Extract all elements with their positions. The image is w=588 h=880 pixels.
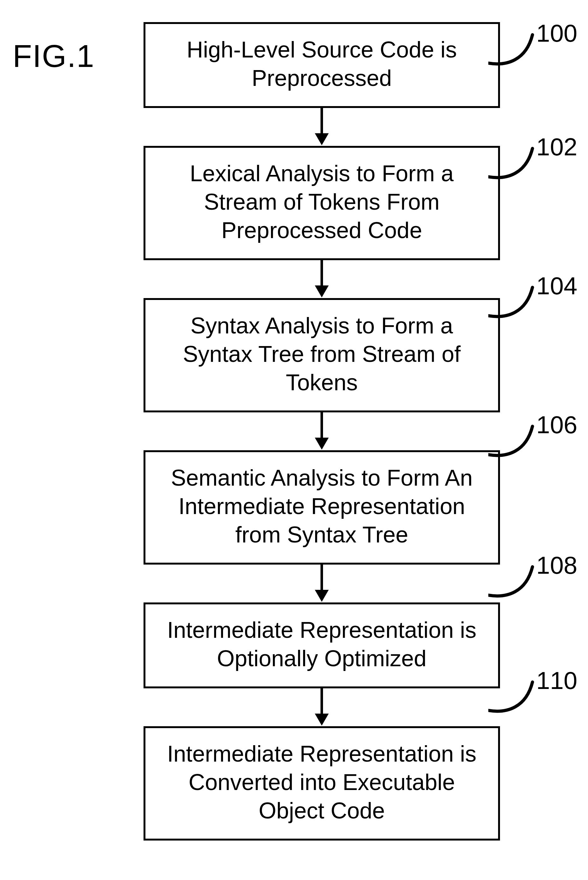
step-text: High-Level Source Code is Preprocessed — [158, 35, 486, 92]
ref-label-100: 100 — [536, 19, 577, 48]
arrow-down-icon — [132, 108, 511, 146]
step-box-108: Intermediate Representation is Optionall… — [144, 602, 500, 688]
step-box-106: Semantic Analysis to Form An Intermediat… — [144, 450, 500, 564]
arrow-down-icon — [132, 260, 511, 298]
figure-canvas: FIG.1 High-Level Source Code is Preproce… — [0, 0, 588, 880]
ref-label-110: 110 — [536, 666, 577, 695]
step-box-102: Lexical Analysis to Form a Stream of Tok… — [144, 146, 500, 260]
step-text: Intermediate Representation is Optionall… — [158, 616, 486, 672]
arrow-down-icon — [132, 412, 511, 450]
svg-marker-9 — [315, 714, 329, 726]
svg-marker-3 — [315, 286, 329, 298]
figure-label: FIG.1 — [13, 38, 94, 74]
step-text: Lexical Analysis to Form a Stream of Tok… — [190, 161, 454, 243]
svg-marker-7 — [315, 590, 329, 602]
step-box-110: Intermediate Representation is Converted… — [144, 726, 500, 841]
svg-marker-5 — [315, 438, 329, 450]
step-box-100: High-Level Source Code is Preprocessed — [144, 22, 500, 108]
svg-marker-1 — [315, 133, 329, 145]
arrow-down-icon — [132, 564, 511, 602]
step-text: Intermediate Representation is Converted… — [167, 741, 477, 823]
ref-label-104: 104 — [536, 272, 577, 300]
flowchart-column: High-Level Source Code is Preprocessed L… — [132, 22, 511, 841]
step-text: Syntax Analysis to Form a Syntax Tree fr… — [183, 313, 460, 395]
arrow-down-icon — [132, 688, 511, 726]
ref-label-102: 102 — [536, 132, 577, 161]
step-box-104: Syntax Analysis to Form a Syntax Tree fr… — [144, 298, 500, 412]
ref-label-106: 106 — [536, 411, 577, 439]
ref-label-108: 108 — [536, 551, 577, 580]
step-text: Semantic Analysis to Form An Intermediat… — [171, 465, 472, 547]
